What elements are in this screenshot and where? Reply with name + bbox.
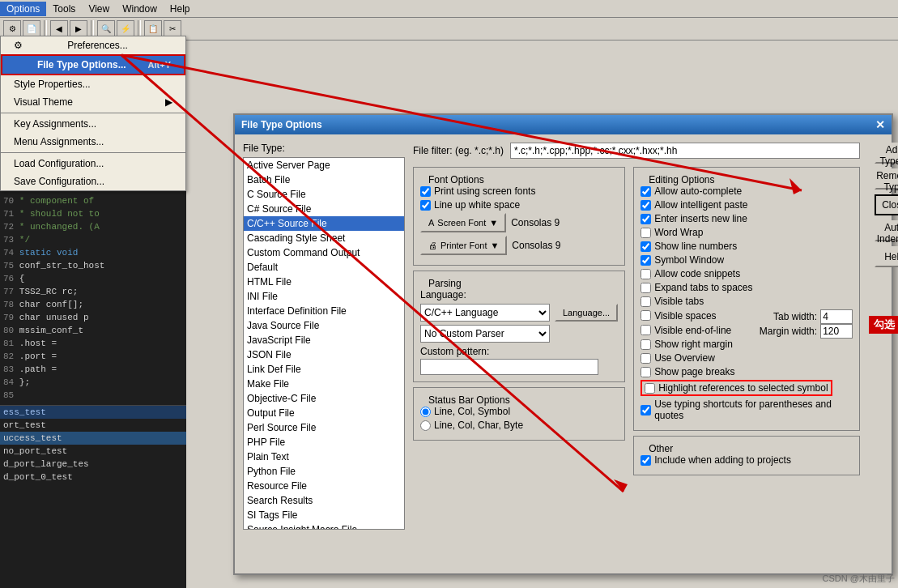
main-window: Options Tools View Window Help ⚙ 📄 ◀ ▶ 🔍… [0,0,898,588]
symbol-window-label: Symbol Window [654,254,724,266]
code-snippets-check[interactable] [641,269,651,279]
auto-indent-button[interactable]: Auto Indent... [875,220,898,241]
dialog-title-text: File Type Options [241,119,322,130]
close-button[interactable]: Close [875,194,898,215]
file-type-item[interactable]: Active Server Page [244,158,404,173]
highlight-references-row: Highlight references to selected symbol [641,380,832,396]
word-wrap-check[interactable] [641,228,651,238]
enter-newline-check[interactable] [641,214,651,224]
file-type-item[interactable]: PHP File [244,435,404,450]
word-wrap-row: Word Wrap [641,227,853,238]
file-type-item[interactable]: INI File [244,289,404,304]
visible-tabs-check[interactable] [641,296,651,307]
menu-style-properties[interactable]: Style Properties... [1,75,185,93]
screen-font-icon: A [428,218,434,228]
printer-font-dropdown-icon: ▼ [490,241,499,250]
menu-file-type-options[interactable]: File Type Options... Alt+Y [1,54,185,75]
file-type-item[interactable]: C Source File [244,187,404,202]
file-type-item[interactable]: Resource File [244,479,404,493]
file-type-listbox[interactable]: Active Server PageBatch FileC Source Fil… [243,157,405,530]
menu-options[interactable]: Options [0,2,46,16]
menu-save-config[interactable]: Save Configuration... [1,173,185,190]
menu-sep-2 [1,152,185,153]
options-dropdown: ⚙ Preferences... File Type Options... Al… [0,36,186,191]
language-select-row: C/C++ Language Language... [420,304,618,322]
print-screen-fonts-check[interactable] [420,186,431,197]
language-button[interactable]: Language... [555,304,618,322]
filter-input[interactable] [510,143,860,159]
include-projects-label: Include when adding to projects [654,454,791,466]
file-type-item[interactable]: Search Results [244,493,404,508]
show-line-numbers-check[interactable] [641,241,651,252]
include-projects-check[interactable] [641,455,651,466]
file-type-item[interactable]: Perl Source File [244,420,404,435]
show-page-breaks-check[interactable] [641,367,651,377]
file-type-item[interactable]: Make File [244,377,404,391]
margin-width-input[interactable] [820,324,853,339]
file-type-item[interactable]: Plain Text [244,450,404,464]
left-options-col: Font Options Print using screen fonts Li… [413,164,625,475]
file-type-item[interactable]: Output File [244,406,404,420]
menu-menu-assignments[interactable]: Menu Assignments... [1,133,185,151]
visible-spaces-check[interactable] [641,310,651,321]
language-select[interactable]: C/C++ Language [420,304,550,322]
custom-pattern-input[interactable] [420,359,598,375]
symbol-window-check[interactable] [641,255,651,266]
auto-complete-check[interactable] [641,186,651,197]
file-type-item[interactable]: Link Def File [244,362,404,377]
show-line-numbers-label: Show line numbers [654,241,737,252]
file-type-item[interactable]: Java Source File [244,318,404,333]
show-right-margin-label: Show right margin [654,339,733,350]
file-type-item[interactable]: Python File [244,464,404,479]
file-type-item[interactable]: Interface Definition File [244,304,404,318]
file-type-item[interactable]: JSON File [244,347,404,362]
tab-width-input[interactable] [820,309,853,324]
show-right-margin-check[interactable] [641,339,651,350]
file-type-item[interactable]: Default [244,260,404,275]
dialog-close-button[interactable]: ✕ [875,118,885,131]
menu-view[interactable]: View [82,2,116,16]
tab-width-label: Tab width: [773,311,817,322]
file-type-item[interactable]: Batch File [244,173,404,187]
line-up-whitespace-check[interactable] [420,200,431,211]
tab-width-row: Tab width: [773,309,853,324]
visible-eol-check[interactable] [641,325,651,335]
file-type-item[interactable]: C# Source File [244,202,404,216]
status-option-1-radio[interactable] [420,407,431,417]
visible-tabs-row: Visible tabs [641,296,853,307]
file-type-item[interactable]: SI Tags File [244,508,404,522]
menu-key-assignments[interactable]: Key Assignments... [1,115,185,133]
typing-shortcuts-check[interactable] [641,405,651,415]
menu-preferences[interactable]: ⚙ Preferences... [1,36,185,54]
menu-tools[interactable]: Tools [46,2,82,16]
file-type-item[interactable]: HTML File [244,275,404,289]
expand-tabs-check[interactable] [641,283,651,293]
file-type-item[interactable]: C/C++ Source File [244,216,404,231]
show-page-breaks-label: Show page breaks [654,366,734,377]
file-type-item[interactable]: Cascading Style Sheet [244,231,404,245]
highlight-references-check[interactable] [645,383,655,394]
filter-label: File filter: (eg. *.c;*.h) [413,145,504,156]
other-group: Other Include when adding to projects [633,436,860,475]
file-type-item[interactable]: JavaScript File [244,333,404,347]
remove-type-button[interactable]: Remove Type [875,168,898,190]
screen-font-button[interactable]: A Screen Font ▼ [420,213,506,232]
use-overview-check[interactable] [641,353,651,364]
add-type-button[interactable]: Add Type... [875,143,898,164]
menu-visual-theme[interactable]: Visual Theme ▶ [1,93,185,111]
custom-parser-select[interactable]: No Custom Parser [420,325,550,343]
file-type-item[interactable]: Objective-C File [244,391,404,406]
menu-help[interactable]: Help [164,2,197,16]
line-up-whitespace-row: Line up white space [420,199,618,211]
menu-load-config[interactable]: Load Configuration... [1,155,185,173]
file-type-item[interactable]: Source Insight Macro File [244,522,404,530]
menu-window[interactable]: Window [116,2,164,16]
status-option-2-radio[interactable] [420,420,431,431]
intelligent-paste-check[interactable] [641,200,651,211]
printer-font-button[interactable]: 🖨 Printer Font ▼ [420,236,507,255]
auto-complete-row: Allow auto-complete [641,185,853,197]
help-button[interactable]: Help [875,246,898,267]
status-bar-group: Status Bar Options Line, Col, Symbol Lin… [413,387,625,441]
parsing-group: Parsing Language: C/C++ Language Languag… [413,271,625,382]
file-type-item[interactable]: Custom Command Output [244,245,404,260]
